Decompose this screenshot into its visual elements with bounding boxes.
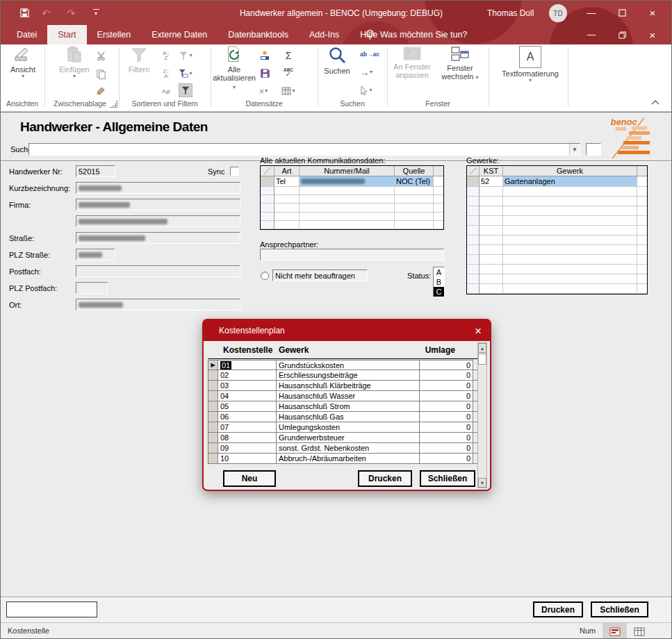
replace-icon[interactable]: ab→ac — [359, 47, 380, 61]
an-fenster-anpassen-button[interactable]: An Fenster anpassen — [390, 46, 434, 79]
col-quelle[interactable]: Quelle — [395, 166, 434, 176]
kostenstelle-row[interactable]: 08Grunderwerbsteuer0 — [208, 433, 482, 443]
new-record-icon[interactable] — [258, 49, 272, 63]
cell-kostenstelle[interactable]: 08 — [218, 433, 277, 443]
scroll-thumb[interactable] — [478, 354, 486, 365]
row-selector[interactable] — [208, 412, 218, 422]
tab-add-ins[interactable]: Add-Ins — [299, 25, 350, 44]
beauftragen-radio[interactable] — [261, 272, 269, 280]
suche-aux-box[interactable] — [586, 143, 601, 156]
filter-advanced-icon[interactable]: ▾ — [179, 49, 192, 63]
kostenstelle-row[interactable]: 05Hausanschluß Strom0 — [208, 401, 482, 412]
tab-start[interactable]: Start — [47, 25, 86, 44]
more-records-icon[interactable]: ▾ — [281, 84, 295, 98]
einfuegen-button[interactable]: Einfügen▾ — [54, 46, 95, 79]
undo-icon[interactable]: ↶▾ — [37, 1, 58, 25]
cell-gewerk[interactable]: Grundstückskosten — [277, 360, 420, 370]
spelling-icon[interactable]: ABC✓ — [281, 65, 295, 79]
cell-umlage[interactable]: 0 — [420, 381, 473, 391]
field-input[interactable]: 52015 — [76, 165, 115, 177]
cell-umlage[interactable]: 0 — [420, 433, 473, 443]
cell-kostenstelle[interactable]: 02 — [218, 370, 277, 381]
tab-datei[interactable]: Datei — [6, 25, 47, 44]
sync-checkbox[interactable] — [230, 167, 239, 176]
cell-gewerk[interactable]: sonst. Grdst. Nebenkosten — [277, 443, 420, 454]
status-listbox[interactable]: ABC — [433, 267, 445, 297]
kostenstelle-row[interactable]: 07Umlegungskosten0 — [208, 422, 482, 433]
redo-icon[interactable]: ↷▾ — [62, 1, 83, 25]
toggle-filter-icon[interactable] — [179, 83, 192, 97]
field-input[interactable] — [76, 299, 240, 310]
tell-me-search[interactable]: Was möchten Sie tun? — [366, 25, 467, 44]
cell-umlage[interactable]: 0 — [420, 412, 473, 422]
user-name[interactable]: Thomas Doll — [487, 1, 534, 25]
kostenstelle-row[interactable]: ▶01Grundstückskosten0 — [208, 360, 482, 370]
cell-kostenstelle[interactable]: 10 — [218, 454, 277, 464]
cell-kostenstelle[interactable]: 03 — [218, 381, 277, 391]
cell-gewerk[interactable]: Hausanschluß Gas — [277, 412, 420, 422]
chevron-down-icon[interactable]: ▼ — [569, 144, 580, 155]
filter-options-icon[interactable]: ▾ — [179, 67, 192, 81]
cell-gewerk[interactable]: Hausanschluß Strom — [277, 401, 420, 412]
close-button[interactable]: × — [637, 1, 668, 25]
cell-gewerk[interactable]: Umlegungskosten — [277, 422, 420, 433]
cell-gewerk[interactable]: Hausanschluß Klärbeiträge — [277, 381, 420, 391]
field-input[interactable] — [76, 249, 115, 260]
sort-ascending-icon[interactable]: A↓Z — [159, 49, 173, 63]
kostenstelle-row[interactable]: 10Abbruch-/Abräumarbeiten0 — [208, 454, 482, 464]
footer-drucken-button[interactable]: Drucken — [533, 601, 583, 617]
field-input[interactable] — [76, 199, 240, 210]
dialog-schliessen-button[interactable]: Schließen — [420, 470, 475, 487]
suche-combobox[interactable]: ▼ — [28, 143, 580, 156]
row-selector[interactable] — [208, 401, 218, 412]
tab-erstellen[interactable]: Erstellen — [87, 25, 142, 44]
cell-umlage[interactable]: 0 — [420, 422, 473, 433]
copy-icon[interactable] — [94, 67, 108, 81]
scroll-down-icon[interactable]: ▼ — [478, 478, 486, 488]
col-gewerk[interactable]: Gewerk — [503, 166, 637, 176]
cell-umlage[interactable]: 0 — [420, 360, 473, 370]
field-input[interactable] — [76, 265, 240, 277]
dialog-drucken-button[interactable]: Drucken — [358, 470, 412, 487]
sort-descending-icon[interactable]: Z↓A — [159, 67, 173, 81]
select-icon[interactable]: ▾ — [359, 83, 373, 97]
ansprechpartner-input[interactable] — [260, 249, 444, 260]
suchen-button[interactable]: Suchen — [319, 46, 355, 75]
cell-gewerk[interactable]: Grunderwerbsteuer — [277, 433, 420, 443]
gewerke-row[interactable]: 52 Gartenanlagen — [467, 176, 647, 187]
cell-kostenstelle[interactable]: 04 — [218, 391, 277, 401]
tab-datenbanktools[interactable]: Datenbanktools — [218, 25, 299, 44]
current-record-arrow-icon[interactable]: ▶ — [208, 360, 218, 370]
tab-externe-daten[interactable]: Externe Daten — [141, 25, 218, 44]
row-selector[interactable] — [208, 433, 218, 443]
delete-record-icon[interactable]: ×▾ — [256, 84, 270, 98]
beauftragen-box[interactable]: Nicht mehr beauftragen — [272, 269, 368, 281]
status-option-c[interactable]: C — [434, 287, 444, 297]
cell-umlage[interactable]: 0 — [420, 454, 473, 464]
col-art[interactable]: Art — [274, 166, 300, 176]
fenster-wechseln-button[interactable]: Fenster wechseln ▾ — [437, 46, 483, 81]
remove-sort-icon[interactable]: A⌀ — [159, 84, 173, 98]
dialog-titlebar[interactable]: Kostenstellenplan × — [204, 320, 490, 341]
cell-umlage[interactable]: 0 — [420, 391, 473, 401]
col-nummer-mail[interactable]: Nummer/Mail — [300, 166, 395, 176]
maximize-button[interactable] — [607, 1, 637, 25]
cell-kostenstelle[interactable]: 05 — [218, 401, 277, 412]
cell-kostenstelle[interactable]: 07 — [218, 422, 277, 433]
row-selector[interactable] — [208, 381, 218, 391]
footer-textbox[interactable] — [6, 601, 97, 617]
row-selector[interactable] — [208, 422, 218, 433]
kostenstelle-row[interactable]: 02Erschliessungsbeiträge0 — [208, 370, 482, 381]
cell-kostenstelle[interactable]: 06 — [218, 412, 277, 422]
mdi-restore-icon[interactable] — [607, 25, 637, 44]
col-kst[interactable]: KST — [480, 166, 503, 176]
save-record-icon[interactable] — [258, 66, 272, 80]
kostenstelle-row[interactable]: 06Hausanschluß Gas0 — [208, 412, 482, 422]
row-selector[interactable] — [208, 443, 218, 454]
zwischenablage-dialog-launcher-icon[interactable] — [110, 100, 117, 108]
format-painter-icon[interactable] — [94, 84, 108, 98]
row-selector[interactable] — [208, 454, 218, 464]
footer-schliessen-button[interactable]: Schließen — [591, 601, 648, 617]
neu-button[interactable]: Neu — [223, 470, 276, 487]
cut-icon[interactable] — [94, 49, 108, 63]
